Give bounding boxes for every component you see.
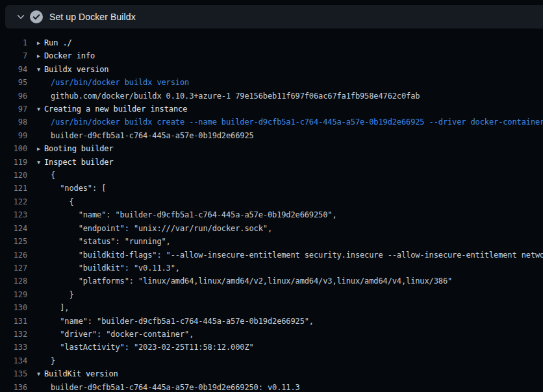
line-number[interactable]: 135: [0, 367, 27, 380]
log-line: 122 {: [0, 195, 543, 208]
log-line: 136builder-d9cfb5a1-c764-445a-a57e-0b19d…: [0, 381, 543, 392]
output-text: "driver": "docker-container",: [51, 328, 194, 341]
line-number[interactable]: 1: [0, 36, 27, 49]
output-text: "name": "builder-d9cfb5a1-c764-445a-a57e…: [51, 315, 314, 328]
log-line: 130 ],: [0, 301, 543, 314]
log-line: 96github.com/docker/buildx 0.10.3+azure-…: [0, 90, 543, 103]
group-title[interactable]: Creating a new builder instance: [44, 104, 187, 114]
triangle-expanded-icon[interactable]: ▼: [37, 63, 44, 76]
line-number[interactable]: 133: [0, 341, 27, 354]
log-line: 132 "driver": "docker-container",: [0, 328, 543, 341]
log-line[interactable]: 100▶Booting builder: [0, 142, 543, 155]
triangle-expanded-icon[interactable]: ▼: [37, 156, 44, 169]
line-number[interactable]: 99: [0, 129, 27, 142]
triangle-collapsed-icon[interactable]: ▶: [37, 49, 44, 62]
log-line: 123 "name": "builder-d9cfb5a1-c764-445a-…: [0, 208, 543, 221]
triangle-collapsed-icon[interactable]: ▶: [37, 36, 44, 49]
line-number[interactable]: 97: [0, 103, 27, 116]
log-line: 129 }: [0, 288, 543, 301]
log-line[interactable]: 97▼Creating a new builder instance: [0, 103, 543, 116]
check-circle-icon: [30, 10, 43, 23]
log-line: 134}: [0, 354, 543, 367]
line-number[interactable]: 132: [0, 328, 27, 341]
line-number[interactable]: 136: [0, 381, 27, 392]
group-title[interactable]: Run ./: [44, 38, 72, 47]
log-line: 124 "endpoint": "unix:///var/run/docker.…: [0, 222, 543, 235]
line-number[interactable]: 129: [0, 288, 27, 301]
output-text: {: [51, 195, 74, 208]
group-title[interactable]: Buildx version: [44, 65, 108, 74]
log-line: 126 "buildkitd-flags": "--allow-insecure…: [0, 249, 543, 262]
output-text: "platforms": "linux/amd64,linux/amd64/v2…: [51, 275, 452, 288]
line-number[interactable]: 134: [0, 354, 27, 367]
log-line[interactable]: 7▶Docker info: [0, 49, 543, 62]
line-number[interactable]: 125: [0, 235, 27, 248]
output-text: "endpoint": "unix:///var/run/docker.sock…: [51, 222, 272, 235]
line-number[interactable]: 7: [0, 49, 27, 62]
line-number[interactable]: 96: [0, 90, 27, 103]
line-number[interactable]: 100: [0, 142, 27, 155]
log-line: 125 "status": "running",: [0, 235, 543, 248]
line-number[interactable]: 94: [0, 63, 27, 76]
line-number[interactable]: 122: [0, 195, 27, 208]
log-line[interactable]: 119▼Inspect builder: [0, 156, 543, 169]
line-number[interactable]: 121: [0, 182, 27, 195]
log-line: 131 "name": "builder-d9cfb5a1-c764-445a-…: [0, 315, 543, 328]
log-lines: 1▶Run ./7▶Docker info94▼Buildx version95…: [0, 29, 543, 392]
step-title: Set up Docker Buildx: [49, 12, 136, 22]
line-number[interactable]: 126: [0, 249, 27, 262]
line-number[interactable]: 128: [0, 275, 27, 288]
line-number[interactable]: 127: [0, 262, 27, 275]
command-text: /usr/bin/docker buildx version: [51, 76, 189, 89]
line-number[interactable]: 131: [0, 315, 27, 328]
log-line: 120{: [0, 169, 543, 182]
log-line[interactable]: 94▼Buildx version: [0, 63, 543, 76]
log-line: 121 "nodes": [: [0, 182, 543, 195]
line-number[interactable]: 120: [0, 169, 27, 182]
output-text: {: [51, 169, 55, 182]
group-title[interactable]: BuildKit version: [44, 369, 118, 378]
output-text: "buildkit": "v0.11.3",: [51, 262, 180, 275]
line-number[interactable]: 95: [0, 76, 27, 89]
output-text: "status": "running",: [51, 235, 171, 248]
triangle-expanded-icon[interactable]: ▼: [37, 367, 44, 380]
output-text: "name": "builder-d9cfb5a1-c764-445a-a57e…: [51, 208, 337, 221]
output-text: }: [51, 354, 55, 367]
log-line: 95/usr/bin/docker buildx version: [0, 76, 543, 89]
line-number[interactable]: 119: [0, 156, 27, 169]
log-line[interactable]: 1▶Run ./: [0, 36, 543, 49]
group-title[interactable]: Booting builder: [44, 144, 114, 153]
log-line: 128 "platforms": "linux/amd64,linux/amd6…: [0, 275, 543, 288]
triangle-collapsed-icon[interactable]: ▶: [37, 142, 44, 155]
log-line: 98/usr/bin/docker buildx create --name b…: [0, 116, 543, 129]
line-number[interactable]: 130: [0, 301, 27, 314]
output-text: }: [51, 288, 74, 301]
log-line: 99builder-d9cfb5a1-c764-445a-a57e-0b19d2…: [0, 129, 543, 142]
triangle-expanded-icon[interactable]: ▼: [37, 103, 44, 116]
group-title[interactable]: Inspect builder: [44, 158, 114, 167]
output-text: builder-d9cfb5a1-c764-445a-a57e-0b19d2e6…: [51, 129, 254, 142]
output-text: "nodes": [: [51, 182, 106, 195]
log-line: 127 "buildkit": "v0.11.3",: [0, 262, 543, 275]
log-line: 133 "lastActivity": "2023-02-25T11:58:12…: [0, 341, 543, 354]
command-text: /usr/bin/docker buildx create --name bui…: [51, 116, 543, 129]
output-text: ],: [51, 301, 69, 314]
output-text: builder-d9cfb5a1-c764-445a-a57e-0b19d2e6…: [51, 381, 300, 392]
chevron-down-icon[interactable]: [16, 12, 25, 21]
line-number[interactable]: 123: [0, 208, 27, 221]
output-text: "lastActivity": "2023-02-25T11:58:12.000…: [51, 341, 254, 354]
output-text: github.com/docker/buildx 0.10.3+azure-1 …: [51, 90, 420, 103]
line-number[interactable]: 124: [0, 222, 27, 235]
line-number[interactable]: 98: [0, 116, 27, 129]
log-line[interactable]: 135▼BuildKit version: [0, 367, 543, 380]
group-title[interactable]: Docker info: [44, 51, 95, 60]
step-header[interactable]: Set up Docker Buildx: [5, 5, 543, 29]
output-text: "buildkitd-flags": "--allow-insecure-ent…: [51, 249, 543, 262]
